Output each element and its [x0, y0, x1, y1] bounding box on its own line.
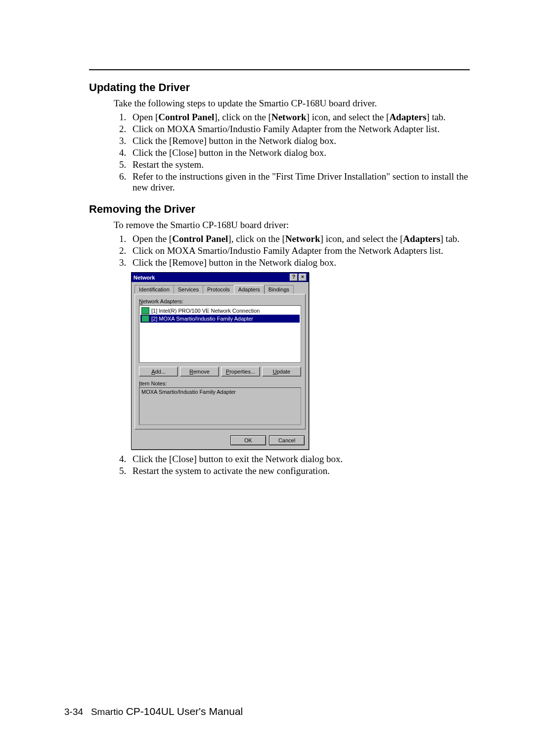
title-buttons: ? × [290, 274, 307, 281]
text: ] icon, and select the [ [320, 234, 403, 244]
close-icon[interactable]: × [299, 274, 307, 281]
text: ] tab. [440, 234, 459, 244]
text: ] icon, and select the [ [307, 112, 390, 122]
cancel-button[interactable]: Cancel [269, 435, 305, 445]
list-item[interactable]: [2] MOXA Smartio/Industio Family Adapter [140, 315, 300, 323]
accesskey: U [273, 369, 277, 375]
text: roperties... [229, 369, 255, 375]
text: Open the [ [133, 234, 172, 244]
top-rule [89, 69, 470, 70]
rstep-4: Click the [Close] button to exit the Net… [129, 454, 470, 465]
bold-text: Control Panel [158, 112, 214, 122]
intro-removing: To remove the Smartio CP-168U board driv… [114, 220, 470, 231]
bold-text: Network [271, 112, 307, 122]
tab-strip: Identification Services Protocols Adapte… [134, 285, 306, 294]
page-number: 3-34 [64, 707, 83, 717]
accesskey: N [139, 298, 143, 304]
list-item-label: [2] MOXA Smartio/Industio Family Adapter [151, 316, 253, 322]
title-bar: Network ? × [132, 273, 309, 282]
book-title: CP-104UL User's Manual [126, 706, 243, 717]
help-icon[interactable]: ? [290, 274, 298, 281]
tab-protocols[interactable]: Protocols [203, 285, 234, 294]
intro-updating: Take the following steps to update the S… [114, 98, 470, 109]
rstep-1: Open the [Control Panel], click on the [… [129, 234, 470, 244]
adapter-icon [141, 307, 149, 314]
list-updating: Open [Control Panel], click on the [Netw… [114, 112, 470, 193]
bold-text: Control Panel [172, 234, 228, 244]
rstep-3: Click the [Remove] button in the Network… [129, 257, 470, 268]
network-dialog: Network ? × Identification Services Prot… [131, 272, 309, 450]
update-button[interactable]: Update [262, 367, 301, 377]
button-row: Add... Remove Properties... Update [139, 367, 301, 377]
adapter-icon [141, 315, 149, 322]
list-removing-a: Open the [Control Panel], click on the [… [114, 234, 470, 268]
remove-button[interactable]: Remove [180, 367, 219, 377]
text: emove [193, 369, 210, 375]
tab-identification[interactable]: Identification [134, 285, 174, 294]
text: dd... [155, 369, 165, 375]
dialog-title: Network [134, 275, 155, 281]
add-button[interactable]: Add... [139, 367, 178, 377]
accesskey: R [189, 369, 193, 375]
dialog-footer: OK Cancel [132, 432, 309, 449]
text: ] tab. [426, 112, 445, 122]
step-5: Restart the system. [129, 159, 470, 170]
tab-bindings[interactable]: Bindings [264, 285, 294, 294]
tab-adapters[interactable]: Adapters [234, 285, 265, 294]
tab-body: Network Adapters: [1] Intel(R) PRO/100 V… [134, 294, 306, 429]
rstep-2: Click on MOXA Smartio/Industio Family Ad… [129, 245, 470, 256]
step-3: Click the [Remove] button in the Network… [129, 136, 470, 146]
network-dialog-screenshot: Network ? × Identification Services Prot… [131, 272, 309, 450]
network-adapters-label: Network Adapters: [139, 298, 301, 304]
text: tem Notes: [140, 380, 167, 386]
list-item-label: [1] Intel(R) PRO/100 VE Network Connecti… [151, 308, 260, 314]
list-removing-b: Click the [Close] button to exit the Net… [114, 454, 470, 476]
bold-text: Adapters [403, 234, 440, 244]
ok-button[interactable]: OK [230, 435, 266, 445]
step-1: Open [Control Panel], click on the [Netw… [129, 112, 470, 123]
rstep-5: Restart the system to activate the new c… [129, 466, 470, 476]
step-4: Click the [Close] button in the Network … [129, 147, 470, 158]
heading-removing: Removing the Driver [89, 203, 470, 216]
bold-text: Network [285, 234, 320, 244]
text: pdate [277, 369, 291, 375]
item-notes-label: Item Notes: [139, 380, 301, 386]
step-6: Refer to the instructions given in the "… [129, 171, 470, 193]
properties-button[interactable]: Properties... [221, 367, 260, 377]
adapters-listbox[interactable]: [1] Intel(R) PRO/100 VE Network Connecti… [139, 305, 301, 363]
page-footer: 3-34 Smartio CP-104UL User's Manual [64, 706, 243, 717]
bold-text: Adapters [389, 112, 426, 122]
tab-services[interactable]: Services [174, 285, 203, 294]
book-prefix: Smartio [91, 707, 126, 717]
heading-updating: Updating the Driver [89, 81, 470, 94]
text: ], click on the [ [228, 234, 285, 244]
step-2: Click on MOXA Smartio/Industio Family Ad… [129, 124, 470, 135]
text: etwork Adapters: [143, 298, 183, 304]
list-item[interactable]: [1] Intel(R) PRO/100 VE Network Connecti… [140, 307, 300, 315]
text: ], click on the [ [214, 112, 271, 122]
item-notes-box: MOXA Smartio/Industio Family Adapter [139, 387, 301, 425]
text: Open [ [133, 112, 158, 122]
